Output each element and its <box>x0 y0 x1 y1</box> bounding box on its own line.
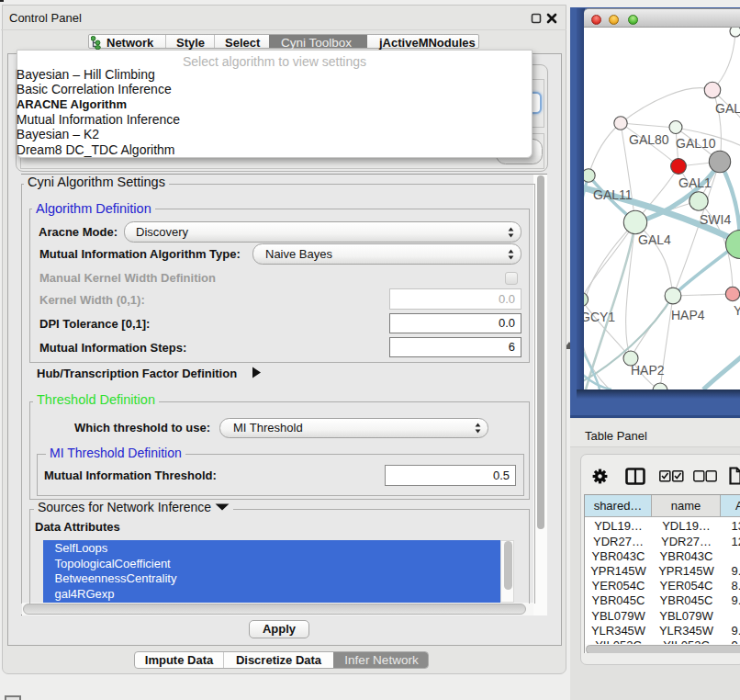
svg-text:GCY1: GCY1 <box>584 310 615 324</box>
svg-text:Y: Y <box>734 303 740 318</box>
svg-text:GAL11: GAL11 <box>593 187 633 202</box>
svg-text:GAL1: GAL1 <box>678 175 712 190</box>
svg-text:HAP4: HAP4 <box>671 308 705 322</box>
svg-text:GAL: GAL <box>715 101 740 116</box>
svg-text:GAL4: GAL4 <box>638 232 671 247</box>
svg-text:SWI4: SWI4 <box>700 212 731 227</box>
svg-text:GAL10: GAL10 <box>676 136 716 151</box>
svg-text:HAP2: HAP2 <box>631 363 665 378</box>
svg-text:GAL80: GAL80 <box>629 132 669 147</box>
